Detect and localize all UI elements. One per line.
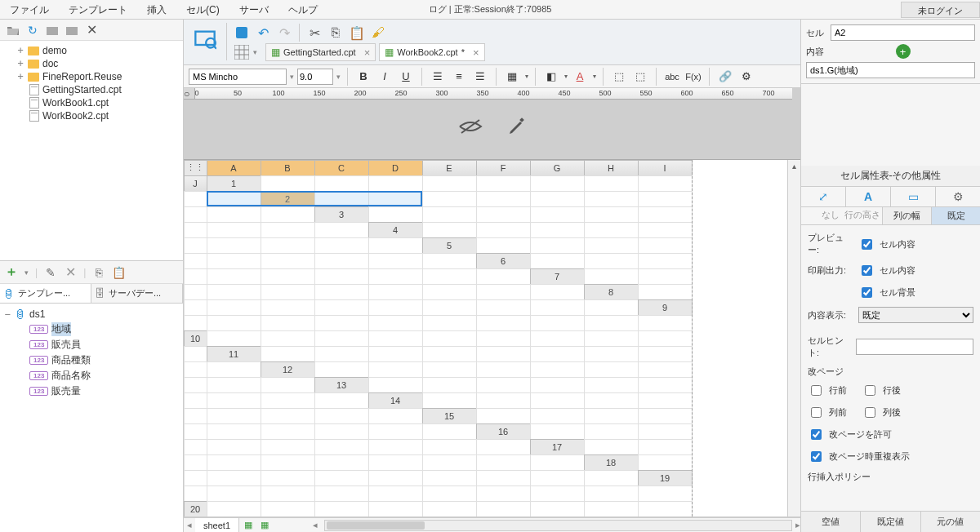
row-header[interactable]: 16 <box>476 423 531 440</box>
cell[interactable] <box>476 392 531 409</box>
cell[interactable] <box>584 206 639 223</box>
bold-button[interactable]: B <box>354 68 372 86</box>
menu-cell[interactable]: セル(C) <box>176 0 229 20</box>
horizontal-scrollbar[interactable] <box>324 520 792 531</box>
cell[interactable] <box>184 392 207 409</box>
cell[interactable] <box>314 408 369 424</box>
cell[interactable] <box>476 315 531 331</box>
cell[interactable] <box>314 222 369 238</box>
cell[interactable] <box>368 191 423 207</box>
new-folder-icon[interactable] <box>65 24 78 37</box>
preview-icon[interactable] <box>189 23 221 55</box>
cell[interactable] <box>584 268 639 285</box>
cell[interactable] <box>638 454 693 471</box>
cell[interactable] <box>207 423 261 440</box>
ds-field[interactable]: 123販売員 <box>2 337 181 352</box>
cell[interactable] <box>207 439 261 455</box>
cell[interactable] <box>476 330 531 347</box>
editor-tab[interactable]: ▦WorkBook2.cpt *× <box>379 43 484 61</box>
defaultval-button[interactable]: 既定値 <box>861 512 920 532</box>
cell[interactable] <box>314 516 369 518</box>
prop-tab-expand[interactable]: ⤢ <box>801 187 846 206</box>
before-row-check[interactable] <box>811 385 822 396</box>
cell[interactable] <box>476 408 531 424</box>
col-header[interactable]: J <box>184 175 207 192</box>
cell[interactable] <box>422 485 477 502</box>
cell[interactable] <box>368 330 423 347</box>
sheet-tab[interactable]: sheet1 <box>195 518 239 533</box>
add-content-icon[interactable]: + <box>896 44 911 59</box>
cell[interactable] <box>207 408 261 424</box>
row-header[interactable]: 11 <box>207 346 261 362</box>
cell[interactable] <box>476 299 531 316</box>
display-select[interactable]: 既定 <box>858 307 973 323</box>
menu-insert[interactable]: 挿入 <box>137 0 176 20</box>
cell[interactable] <box>368 315 423 331</box>
default-button[interactable]: 既定 <box>931 207 980 224</box>
after-col-check[interactable] <box>865 407 875 418</box>
cell[interactable] <box>422 377 477 393</box>
cell[interactable] <box>314 470 369 486</box>
cell[interactable] <box>584 423 639 440</box>
cell[interactable] <box>422 299 477 316</box>
login-status[interactable]: 未ログイン <box>901 2 980 18</box>
copy-ds-icon[interactable]: ⎘ <box>92 266 105 279</box>
folder-reuse[interactable]: +FineReport.Reuse <box>2 70 181 83</box>
grid-report-icon[interactable] <box>232 42 252 62</box>
cell[interactable] <box>261 175 315 192</box>
row-header[interactable]: 4 <box>368 222 423 238</box>
cell[interactable] <box>476 501 531 517</box>
row-header[interactable]: 13 <box>314 377 369 393</box>
cell[interactable] <box>638 501 693 517</box>
cell[interactable] <box>368 253 423 269</box>
tab-server-ds[interactable]: 🗄サーバデー... <box>91 284 183 303</box>
cell[interactable] <box>584 470 639 486</box>
cell[interactable] <box>638 423 693 440</box>
col-header[interactable]: D <box>368 160 423 176</box>
align-left-button[interactable]: ☰ <box>429 68 447 86</box>
col-header[interactable]: F <box>476 160 531 176</box>
cell[interactable] <box>184 222 207 238</box>
row-header[interactable]: 1 <box>207 175 261 192</box>
italic-button[interactable]: I <box>376 68 394 86</box>
cell[interactable] <box>530 175 585 192</box>
cell[interactable] <box>207 315 261 331</box>
menu-file[interactable]: ファイル <box>0 0 59 20</box>
add-ds-icon[interactable]: ＋ <box>5 266 18 279</box>
cell[interactable] <box>184 423 207 440</box>
cell[interactable] <box>530 485 585 502</box>
align-center-button[interactable]: ≡ <box>450 68 468 86</box>
ds-node[interactable]: −🛢ds1 <box>2 307 181 321</box>
hyperlink-button[interactable]: 🔗 <box>716 68 734 86</box>
cell[interactable] <box>207 206 261 223</box>
cell[interactable] <box>261 377 315 393</box>
cell[interactable] <box>638 516 693 518</box>
cell[interactable] <box>314 284 369 300</box>
cell[interactable] <box>422 315 477 331</box>
cell[interactable] <box>530 330 585 347</box>
editor-tab[interactable]: ▦GettingStarted.cpt× <box>265 43 376 61</box>
row-header[interactable]: 7 <box>530 268 585 285</box>
fill-color-button[interactable]: ◧ <box>542 68 560 86</box>
row-header[interactable]: 12 <box>261 361 315 378</box>
cell[interactable] <box>584 315 639 331</box>
cell[interactable] <box>368 175 423 192</box>
cell[interactable] <box>530 191 585 207</box>
cell[interactable] <box>638 392 693 409</box>
delete-ds-icon[interactable]: ✕ <box>64 266 77 279</box>
cell[interactable] <box>184 315 207 331</box>
menu-server[interactable]: サーバ <box>229 0 278 20</box>
cell[interactable] <box>584 516 639 518</box>
cell[interactable] <box>422 268 477 285</box>
cell[interactable] <box>422 454 477 471</box>
cell[interactable] <box>261 485 315 502</box>
menu-template[interactable]: テンプレート <box>59 0 137 20</box>
cell[interactable] <box>530 253 585 269</box>
col-width-button[interactable]: 列の幅 <box>882 207 931 224</box>
allow-pagebreak-check[interactable] <box>811 429 822 440</box>
cell[interactable] <box>184 485 207 502</box>
cell[interactable] <box>368 423 423 440</box>
cell[interactable] <box>207 237 261 254</box>
cell[interactable] <box>314 268 369 285</box>
row-header[interactable]: 19 <box>638 470 693 486</box>
